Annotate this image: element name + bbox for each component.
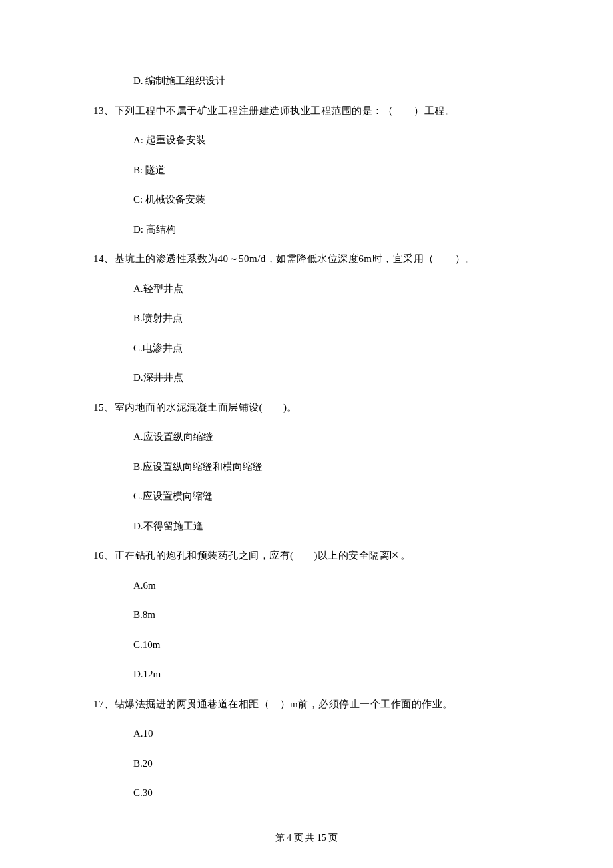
q14-option-b: B.喷射井点	[93, 311, 520, 326]
q17-option-b: B.20	[93, 756, 520, 771]
q13-option-c: C: 机械设备安装	[93, 192, 520, 207]
q13-option-b: B: 隧道	[93, 163, 520, 178]
q16-option-a: A.6m	[93, 578, 520, 593]
page-footer: 第 4 页 共 15 页	[0, 831, 613, 845]
q16-option-b: B.8m	[93, 607, 520, 623]
q16-option-c: C.10m	[93, 637, 520, 653]
q12-option-d: D. 编制施工组织设计	[93, 73, 520, 89]
q14-option-a: A.轻型井点	[93, 281, 520, 297]
q15-option-d: D.不得留施工逢	[93, 519, 520, 534]
q15-option-c: C.应设置横向缩缝	[93, 489, 520, 504]
q16-stem: 16、正在钻孔的炮孔和预装药孔之间，应有( )以上的安全隔离区。	[93, 548, 520, 563]
q14-option-c: C.电渗井点	[93, 341, 520, 356]
q14-option-d: D.深井井点	[93, 370, 520, 385]
q13-option-d: D: 高结构	[93, 222, 520, 237]
q15-option-b: B.应设置纵向缩缝和横向缩缝	[93, 459, 520, 475]
q13-stem: 13、下列工程中不属于矿业工程注册建造师执业工程范围的是：（ ）工程。	[93, 103, 520, 119]
page-container: D. 编制施工组织设计 13、下列工程中不属于矿业工程注册建造师执业工程范围的是…	[0, 0, 613, 868]
q17-option-c: C.30	[93, 785, 520, 801]
q13-option-a: A: 起重设备安装	[93, 133, 520, 148]
q14-stem: 14、基坑土的渗透性系数为40～50m/d，如需降低水位深度6m时，宜采用（ ）…	[93, 251, 520, 267]
q17-option-a: A.10	[93, 726, 520, 741]
q15-stem: 15、室内地面的水泥混凝土面层铺设( )。	[93, 400, 520, 415]
q15-option-a: A.应设置纵向缩缝	[93, 429, 520, 445]
q17-stem: 17、钻爆法掘进的两贯通巷道在相距（ ）m前，必须停止一个工作面的作业。	[93, 697, 520, 712]
q16-option-d: D.12m	[93, 667, 520, 682]
